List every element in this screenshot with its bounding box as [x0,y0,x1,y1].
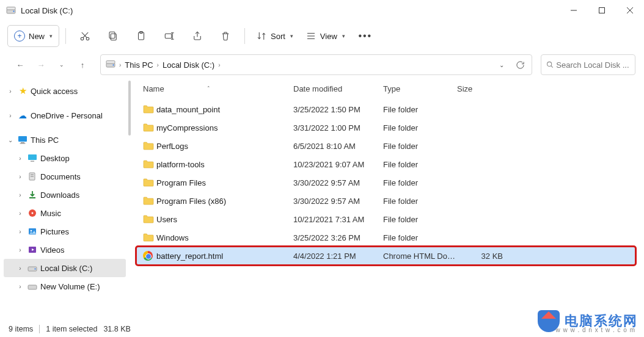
file-type: File folder [383,215,457,224]
expand-icon[interactable]: › [16,192,24,198]
expand-icon[interactable]: › [16,247,24,253]
file-row[interactable]: data_mount_point3/25/2022 1:50 PMFile fo… [132,100,644,118]
chevron-right-icon[interactable]: › [119,62,121,68]
documents-icon [27,171,38,182]
file-row[interactable]: myCompressions3/31/2022 1:00 PMFile fold… [132,118,644,137]
search-input[interactable] [556,60,630,70]
sort-button[interactable]: Sort ▾ [251,25,298,47]
file-row[interactable]: PerfLogs6/5/2021 8:10 AMFile folder [132,137,644,155]
new-button[interactable]: + New ▾ [7,25,59,47]
column-date[interactable]: Date modified [293,84,383,93]
svg-point-43 [35,269,36,270]
cut-button[interactable] [72,24,98,48]
view-label: View [320,32,337,41]
svg-rect-44 [28,285,37,289]
sidebar-item-desktop[interactable]: ›Desktop [4,149,126,167]
up-button[interactable]: ↑ [73,56,92,74]
file-row[interactable]: battery_report.html4/4/2022 1:21 PMChrom… [132,247,644,265]
file-row[interactable]: Users10/21/2021 7:31 AMFile folder [132,210,644,228]
svg-rect-1 [7,7,15,10]
address-dropdown[interactable]: ⌄ [492,56,511,74]
expand-icon[interactable]: › [6,88,15,95]
file-type: File folder [383,233,457,242]
watermark-url: w w w . d n x t w . c o m [555,327,635,333]
expand-icon[interactable]: › [16,283,24,290]
file-type: File folder [383,142,457,151]
plus-icon: + [14,31,25,42]
breadcrumb-pc[interactable]: This PC [125,60,153,70]
file-row[interactable]: Program Files3/30/2022 9:57 AMFile folde… [132,173,644,192]
chevron-right-icon[interactable]: › [218,62,220,68]
sidebar-item-documents[interactable]: ›Documents [4,167,126,186]
drive-icon [6,5,16,15]
column-type[interactable]: Type [383,84,457,93]
svg-rect-30 [28,154,37,160]
rename-button[interactable] [156,24,182,48]
file-type: File folder [383,197,457,206]
more-button[interactable]: ••• [353,24,378,48]
downloads-icon [27,189,38,200]
sidebar-item-this-pc[interactable]: ⌄This PC [4,131,126,149]
sidebar-item-quick-access[interactable]: ›★Quick access [4,82,126,100]
close-button[interactable] [616,0,644,21]
svg-rect-12 [109,32,115,38]
drive-icon [27,281,38,292]
refresh-button[interactable] [511,56,529,74]
maximize-button[interactable] [588,0,616,21]
folder-icon [143,141,156,151]
main-area: ›★Quick access ›☁OneDrive - Personal ⌄Th… [0,78,644,317]
file-name: myCompressions [156,123,293,132]
svg-rect-29 [20,143,26,144]
breadcrumb-drive[interactable]: Local Disk (C:) [163,60,214,70]
sidebar-item-local-disk[interactable]: ›Local Disk (C:) [4,259,126,277]
file-type: File folder [383,160,457,169]
sidebar-item-new-volume[interactable]: ›New Volume (E:) [4,277,126,295]
expand-icon[interactable]: › [16,265,24,272]
address-bar[interactable]: › This PC › Local Disk (C:) › ⌄ [100,54,532,75]
file-date: 6/5/2021 8:10 AM [293,142,383,151]
share-button[interactable] [185,24,210,48]
expand-icon[interactable]: › [16,210,24,217]
command-bar: + New ▾ Sort ▾ View ▾ ••• [0,21,644,51]
sidebar-item-videos[interactable]: ›Videos [4,241,126,259]
file-row[interactable]: Program Files (x86)3/30/2022 9:57 AMFile… [132,192,644,210]
sidebar-item-onedrive[interactable]: ›☁OneDrive - Personal [4,106,126,125]
collapse-icon[interactable]: ⌄ [6,137,15,143]
recent-button[interactable]: ⌄ [53,56,71,74]
forward-button[interactable]: → [32,56,50,74]
expand-icon[interactable]: › [16,173,24,180]
sidebar-item-downloads[interactable]: ›Downloads [4,186,126,204]
status-selected: 1 item selected [46,325,97,333]
cloud-icon: ☁ [17,110,28,121]
search-box[interactable] [541,54,635,75]
expand-icon[interactable]: › [16,155,24,162]
minimize-button[interactable] [560,0,588,21]
expand-icon[interactable]: › [16,228,24,235]
navigation-pane: ›★Quick access ›☁OneDrive - Personal ⌄Th… [0,78,128,317]
file-type: File folder [383,105,457,114]
folder-icon [143,178,156,187]
svg-point-7 [81,37,84,40]
svg-point-8 [86,37,89,40]
chevron-right-icon[interactable]: › [157,62,159,68]
file-row[interactable]: Windows3/25/2022 3:26 PMFile folder [132,228,644,247]
sidebar-item-pictures[interactable]: ›Pictures [4,222,126,241]
view-button[interactable]: View ▾ [301,25,350,47]
column-size[interactable]: Size [457,84,506,93]
new-label: New [29,32,45,41]
file-date: 3/25/2022 1:50 PM [293,105,383,114]
delete-button[interactable] [213,24,238,48]
back-button[interactable]: ← [11,56,29,74]
column-name[interactable]: Name˄ [143,84,293,93]
file-size: 32 KB [457,252,503,261]
file-row[interactable]: platform-tools10/23/2021 9:07 AMFile fol… [132,155,644,173]
sidebar-item-music[interactable]: ›Music [4,204,126,222]
copy-button[interactable] [100,24,126,48]
svg-rect-27 [18,136,27,142]
paste-button[interactable] [128,24,154,48]
file-name: battery_report.html [156,252,293,261]
expand-icon[interactable]: › [6,112,15,119]
folder-icon [143,196,156,206]
music-icon [27,208,38,219]
file-date: 3/31/2022 1:00 PM [293,123,383,132]
